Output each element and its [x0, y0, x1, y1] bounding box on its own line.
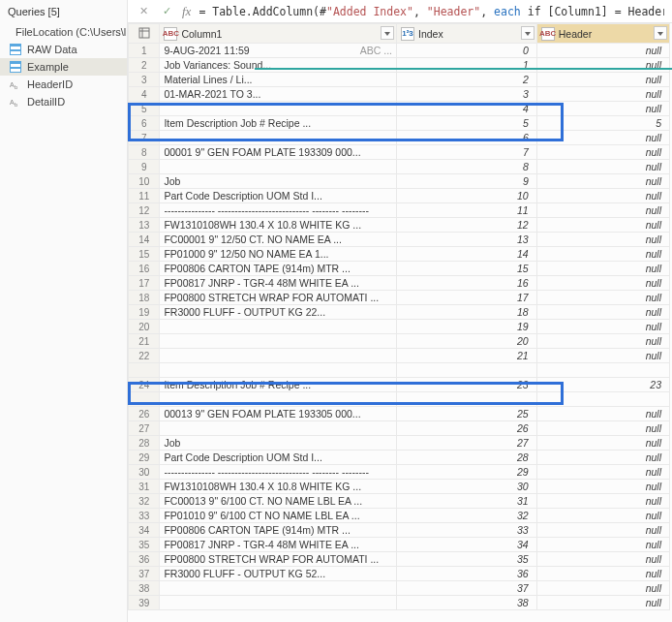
cell-header[interactable]: [536, 392, 669, 407]
cell-column1[interactable]: [160, 160, 397, 174]
cell-index[interactable]: 2: [396, 73, 536, 87]
cell-index[interactable]: 35: [396, 552, 536, 567]
table-row[interactable]: 2019null: [129, 320, 670, 334]
cell-column1[interactable]: Job: [160, 174, 397, 189]
cell-header[interactable]: null: [536, 174, 669, 189]
row-number[interactable]: [129, 363, 160, 378]
row-number[interactable]: 2: [129, 58, 160, 73]
table-row[interactable]: [129, 392, 670, 407]
row-number[interactable]: 24: [129, 378, 160, 392]
cell-header[interactable]: null: [536, 262, 669, 276]
cell-index[interactable]: 19: [396, 320, 536, 334]
row-number[interactable]: 26: [129, 407, 160, 421]
row-number[interactable]: 6: [129, 116, 160, 131]
row-number[interactable]: 29: [129, 451, 160, 465]
table-row[interactable]: 3837null: [129, 581, 670, 596]
cell-index[interactable]: 7: [396, 145, 536, 160]
cell-header[interactable]: null: [536, 160, 669, 174]
table-row[interactable]: 31FW1310108WH 130.4 X 10.8 WHITE KG ...3…: [129, 480, 670, 494]
cell-header[interactable]: null: [536, 465, 669, 480]
query-item[interactable]: AbDetailID: [0, 93, 127, 110]
cell-index[interactable]: 5: [396, 116, 536, 131]
cell-index[interactable]: 13: [396, 233, 536, 247]
cell-column1[interactable]: [160, 581, 397, 596]
table-row[interactable]: 13FW1310108WH 130.4 X 10.8 WHITE KG ...1…: [129, 218, 670, 233]
table-row[interactable]: 17FP00817 JNRP - TGR-4 48M WHITE EA ...1…: [129, 276, 670, 291]
cell-header[interactable]: 23: [536, 378, 669, 392]
cell-column1[interactable]: Part Code Description UOM Std I...: [160, 451, 397, 465]
cell-index[interactable]: 38: [396, 596, 536, 610]
query-item[interactable]: AbHeaderID: [0, 76, 127, 93]
column-header-index[interactable]: 1²3 Index: [396, 24, 536, 44]
table-row[interactable]: 11Part Code Description UOM Std I...10nu…: [129, 189, 670, 203]
table-row[interactable]: 401-MAR-2021 TO 3...3null: [129, 87, 670, 102]
row-number[interactable]: 9: [129, 160, 160, 174]
cell-index[interactable]: 6: [396, 131, 536, 145]
query-item[interactable]: Example: [0, 58, 127, 76]
table-row[interactable]: 10Job9null: [129, 174, 670, 189]
row-number[interactable]: 7: [129, 131, 160, 145]
formula-input[interactable]: = Table.AddColumn(#"Added Index", "Heade…: [199, 5, 664, 18]
table-corner[interactable]: [129, 24, 160, 44]
cell-index[interactable]: 11: [396, 203, 536, 218]
row-number[interactable]: 32: [129, 494, 160, 509]
table-row[interactable]: 14FC00001 9" 12/50 CT. NO NAME EA ...13n…: [129, 233, 670, 247]
cell-index[interactable]: 33: [396, 523, 536, 538]
table-row[interactable]: 16FP00806 CARTON TAPE (914m) MTR ...15nu…: [129, 262, 670, 276]
table-row[interactable]: 15FP01000 9" 12/50 NO NAME EA 1...14null: [129, 247, 670, 262]
cell-index[interactable]: [396, 363, 536, 378]
row-number[interactable]: [129, 392, 160, 407]
row-number[interactable]: 31: [129, 480, 160, 494]
cell-index[interactable]: 36: [396, 567, 536, 581]
filter-dropdown-icon[interactable]: [381, 26, 394, 40]
cell-index[interactable]: 26: [396, 421, 536, 436]
row-number[interactable]: 15: [129, 247, 160, 262]
row-number[interactable]: 20: [129, 320, 160, 334]
cell-column1[interactable]: Item Description Job # Recipe ...: [160, 378, 397, 392]
cell-index[interactable]: 0: [396, 44, 536, 58]
cell-column1[interactable]: FC00001 9" 12/50 CT. NO NAME EA ...: [160, 233, 397, 247]
data-grid[interactable]: ABC Column1 1²3 Index: [128, 23, 672, 622]
cell-header[interactable]: null: [536, 523, 669, 538]
fx-icon[interactable]: fx: [182, 4, 191, 19]
table-row[interactable]: 19-AUG-2021 11:59ABC ...0null: [129, 44, 670, 58]
cell-header[interactable]: null: [536, 581, 669, 596]
cell-column1[interactable]: [160, 320, 397, 334]
row-number[interactable]: 39: [129, 596, 160, 610]
row-number[interactable]: 13: [129, 218, 160, 233]
cell-column1[interactable]: FP00800 STRETCH WRAP FOR AUTOMATI ...: [160, 291, 397, 305]
table-row[interactable]: [129, 363, 670, 378]
row-number[interactable]: 4: [129, 87, 160, 102]
table-row[interactable]: 19FR3000 FLUFF - OUTPUT KG 22...18null: [129, 305, 670, 320]
cell-index[interactable]: 28: [396, 451, 536, 465]
cell-index[interactable]: 9: [396, 174, 536, 189]
cell-header[interactable]: null: [536, 145, 669, 160]
cell-index[interactable]: [396, 392, 536, 407]
cell-column1[interactable]: FP00806 CARTON TAPE (914m) MTR ...: [160, 523, 397, 538]
table-row[interactable]: 28Job27null: [129, 436, 670, 451]
cell-header[interactable]: null: [536, 436, 669, 451]
row-number[interactable]: 11: [129, 189, 160, 203]
cell-index[interactable]: 34: [396, 538, 536, 552]
cell-column1[interactable]: --------------- ------------------------…: [160, 465, 397, 480]
row-number[interactable]: 8: [129, 145, 160, 160]
row-number[interactable]: 1: [129, 44, 160, 58]
table-row[interactable]: 2221null: [129, 349, 670, 363]
cell-header[interactable]: null: [536, 349, 669, 363]
cell-header[interactable]: null: [536, 131, 669, 145]
cell-header[interactable]: null: [536, 480, 669, 494]
table-row[interactable]: 12--------------- ----------------------…: [129, 203, 670, 218]
table-row[interactable]: 800001 9" GEN FOAM PLATE 193309 000...7n…: [129, 145, 670, 160]
column-header-header[interactable]: ABC Header: [536, 24, 669, 44]
formula-cancel-icon[interactable]: ✕: [136, 4, 151, 19]
cell-header[interactable]: null: [536, 189, 669, 203]
cell-column1[interactable]: FR3000 FLUFF - OUTPUT KG 22...: [160, 305, 397, 320]
row-number[interactable]: 36: [129, 552, 160, 567]
cell-column1[interactable]: Material Lines / Li...: [160, 73, 397, 87]
cell-index[interactable]: 15: [396, 262, 536, 276]
cell-index[interactable]: 17: [396, 291, 536, 305]
cell-index[interactable]: 1: [396, 58, 536, 73]
cell-column1[interactable]: FP00806 CARTON TAPE (914m) MTR ...: [160, 262, 397, 276]
cell-header[interactable]: 5: [536, 116, 669, 131]
cell-index[interactable]: 30: [396, 480, 536, 494]
